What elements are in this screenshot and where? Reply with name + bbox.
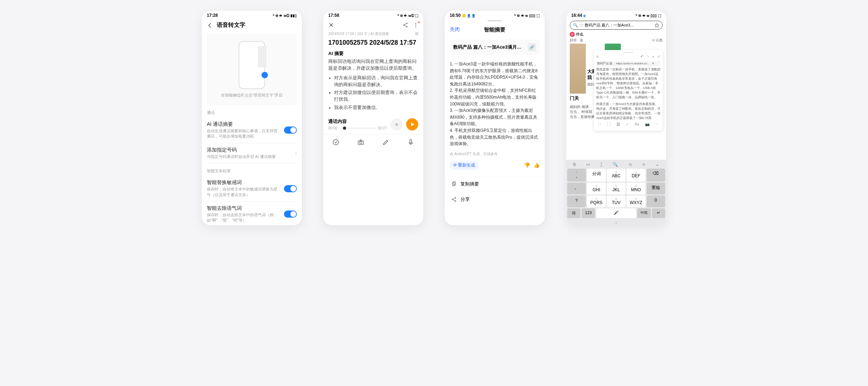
camera-icon[interactable] (357, 139, 364, 146)
copy-icon (451, 181, 457, 187)
item-sensitive-words[interactable]: 智能替换敏感词 保存时，自动将文本中的敏感词替换为星号（仅适用于通话文本） (207, 176, 297, 202)
key[interactable]: 9WXYZ (627, 196, 645, 207)
item-filler-words[interactable]: 智能去除语气词 保存时，自动去除文本中的语气词（例如"啊"、"呢"、"吧"等） (207, 202, 297, 225)
source-title: 数码产品 篇八：一加Ace3满月… (453, 44, 525, 50)
key[interactable]: 6MNO (627, 183, 645, 194)
search-icon: 🔍 (573, 23, 578, 28)
key-space[interactable]: 🎤 (596, 208, 636, 218)
svg-point-3 (333, 139, 339, 145)
item-sensitive-title: 智能替换敏感词 (207, 179, 281, 186)
kb-tool-icon[interactable]: ☺ (628, 162, 633, 167)
key[interactable]: ⌫ (647, 169, 665, 182)
key-symbol[interactable]: 符 (567, 208, 580, 218)
check-circle-icon[interactable]: ✓ (626, 122, 629, 127)
tab-item[interactable]: 好价 (570, 38, 577, 43)
font-icon[interactable]: Aa (635, 122, 639, 127)
tab-item[interactable]: 全 (580, 38, 583, 43)
item-ai-summary-desc: 自动生成通话摘要和核心事项，仅支持普通话，可能会增加电量消耗 (207, 128, 281, 139)
toggle-filler[interactable] (284, 211, 297, 218)
item-ai-summary-title: AI 通话摘要 (207, 121, 281, 128)
key[interactable]: ？ (567, 196, 586, 207)
play-button[interactable] (406, 118, 418, 130)
drag-handle[interactable] (488, 20, 502, 21)
key[interactable]: 0 (647, 196, 665, 207)
svg-point-5 (360, 141, 362, 144)
key-enter[interactable]: ↵ (652, 208, 665, 218)
close-tab-icon[interactable]: ✕ (652, 61, 654, 66)
key[interactable]: 5JKL (607, 183, 625, 194)
thumbs-down-icon[interactable]: 👎 (524, 162, 530, 168)
kb-tool-icon[interactable]: ⎘ (573, 162, 576, 167)
tab-item[interactable]: ≡ 分类 (652, 38, 663, 43)
share-icon[interactable] (403, 22, 408, 28)
menu-button[interactable]: ≡ (390, 118, 403, 130)
note-body-1: 我也是第一次购买一加手机，直接选了顶配的月海蓝色，按照惯例先开箱吧。一加Ace3… (596, 67, 660, 100)
camera-icon[interactable]: 📷 (645, 122, 649, 127)
toggle-sensitive[interactable] (284, 185, 297, 192)
key[interactable]: 8TUV (607, 196, 625, 207)
add-icon[interactable]: ＋ (651, 54, 655, 60)
note-tab[interactable]: 数码产品 篇… https://post.m.smzdm.com/p/az… ✕ (596, 61, 660, 66)
illustration-card: 在智能侧边栏点击"语音转文字"开启 (207, 34, 297, 105)
more-icon[interactable]: ⋮ (413, 22, 418, 28)
key-123[interactable]: 123 (582, 208, 595, 218)
format-icon[interactable]: ⬚ (598, 122, 601, 127)
check-icon[interactable] (332, 139, 339, 146)
scan-icon[interactable]: ⛶ (607, 122, 610, 127)
item-add-number[interactable]: 添加指定号码 与指定号码通话时自动开启 AI 通话摘要 › (207, 143, 297, 163)
sheet-header: 关闭 智能摘要 (445, 23, 545, 36)
undo-icon[interactable]: ↶ (640, 54, 644, 60)
regenerate-button[interactable]: ⟳ 重新生成 (450, 161, 479, 170)
kb-collapse-icon[interactable]: ⌄ (655, 162, 659, 167)
ai-summary-header: AI 摘要 (323, 47, 423, 58)
redo-icon[interactable]: ↷ (646, 54, 649, 60)
toggle-ai-summary[interactable] (284, 127, 297, 134)
back-arrow-icon[interactable] (207, 22, 213, 29)
audio-track[interactable] (339, 128, 376, 129)
note-body-2: 外观方面，一加Ace3为大家提供有星辰黑、鸣沙金、月海蓝三种配色，喜欢定制的话，… (596, 102, 660, 120)
kb-tool-icon[interactable]: 🔍 (613, 162, 618, 167)
item-ai-summary[interactable]: AI 通话摘要 自动生成通话摘要和核心事项，仅支持普通话，可能会增加电量消耗 (207, 118, 297, 143)
illustration-hint: 在智能侧边栏点击"语音转文字"开启 (221, 93, 283, 98)
status-bar: 17:58 ᵇ ⊜ ⩨ ᴡ➀ ⬚ (323, 11, 423, 19)
key[interactable]: 2ABC (607, 169, 625, 182)
section-call: 通话 (207, 110, 297, 115)
key[interactable]: 重输 (647, 183, 665, 194)
chevron-right-icon: › (295, 150, 297, 156)
status-time: 17:58 (328, 13, 339, 18)
list-icon[interactable]: ≡ (596, 54, 598, 60)
key[interactable]: 。 (567, 183, 586, 194)
key-lang[interactable]: 中/英 (637, 208, 650, 218)
svg-rect-8 (453, 182, 456, 185)
thumbs-up-icon[interactable]: 👍 (534, 162, 540, 168)
key[interactable]: 7PQRS (587, 196, 605, 207)
kb-tool-icon[interactable]: ⌗ (643, 162, 645, 167)
key[interactable]: 1， (567, 169, 586, 182)
site-name: 什么 (576, 32, 583, 37)
search-box[interactable]: 🔍 🛡 数码产品 篇八：一加Ace3… (570, 21, 663, 30)
keyboard-hide[interactable]: ⌄ (566, 219, 666, 225)
link-icon[interactable]: 🔗 (528, 43, 536, 51)
copy-row[interactable]: 复制摘要 (445, 176, 545, 192)
key[interactable]: 4GHI (587, 183, 605, 194)
more-icon[interactable]: ⋯ (655, 122, 659, 127)
key[interactable]: 分词 (587, 169, 605, 182)
image-icon[interactable]: 🖼 (617, 122, 620, 127)
close-icon[interactable] (328, 22, 334, 28)
check-icon[interactable]: ✓ (657, 54, 660, 60)
shield-icon: 🛡 (579, 23, 583, 28)
page-title: 语音转文字 (217, 21, 245, 29)
smzdm-logo-icon: 值 (570, 32, 575, 37)
status-time: 16:50 (450, 13, 461, 18)
kb-tool-icon[interactable]: ⌶ (600, 162, 603, 167)
edit-icon[interactable] (382, 139, 389, 146)
kb-tool-icon[interactable]: ▭ (586, 162, 590, 167)
note-overlay[interactable]: ≡ ↶ ↷ ＋ ✓ 数码产品 篇… https://post.m.smzdm.c… (594, 50, 663, 131)
note-meta: 2024/5/28 17:58 | 103 字 | AI 通话摘要 ▤ (323, 31, 423, 36)
mic-icon[interactable] (407, 139, 414, 146)
favorite-icon[interactable] (654, 23, 659, 28)
svg-rect-6 (410, 139, 412, 143)
svg-point-1 (406, 23, 408, 24)
share-row[interactable]: 分享 (445, 192, 545, 207)
key[interactable]: 3DEF (627, 169, 645, 182)
